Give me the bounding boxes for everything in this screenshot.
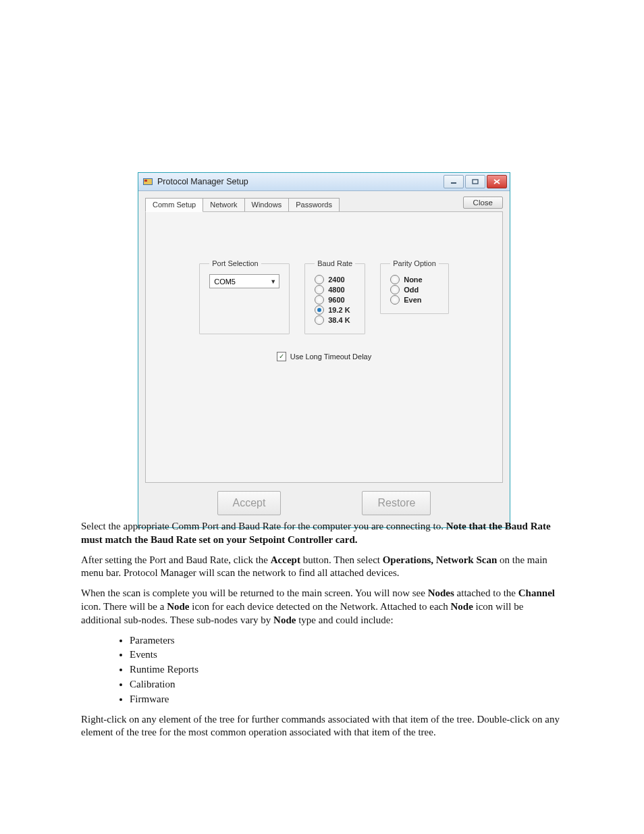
- list-item: Runtime Reports: [130, 663, 563, 677]
- radio-icon: [315, 275, 324, 284]
- window-title: Protocol Manager Setup: [157, 177, 444, 186]
- baud-option-2400[interactable]: 2400: [315, 275, 355, 284]
- tabbar: Comm Setup Network Windows Passwords: [145, 198, 463, 212]
- comm-setup-panel: Port Selection COM5 ▼ Baud Rate 2400 480…: [145, 211, 503, 483]
- minimize-button[interactable]: [444, 175, 464, 188]
- list-item: Events: [130, 648, 563, 662]
- maximize-button[interactable]: [465, 175, 485, 188]
- setup-dialog: Protocol Manager Setup Comm Setup Networ…: [138, 172, 510, 528]
- svg-rect-4: [473, 180, 478, 184]
- port-selection-dropdown[interactable]: COM5 ▼: [209, 274, 279, 288]
- tab-windows[interactable]: Windows: [244, 198, 290, 212]
- svg-rect-3: [451, 182, 456, 184]
- long-timeout-checkbox[interactable]: ✓: [277, 352, 286, 361]
- svg-rect-2: [144, 180, 147, 182]
- radio-icon: [390, 285, 400, 294]
- radio-icon: [315, 315, 324, 325]
- tab-comm-setup[interactable]: Comm Setup: [145, 198, 203, 212]
- parity-option-even[interactable]: Even: [390, 295, 439, 305]
- subnode-list: Parameters Events Runtime Reports Calibr…: [130, 634, 563, 706]
- baud-option-19-2k[interactable]: 19.2 K: [315, 305, 355, 315]
- parity-option-group: Parity Option None Odd Even: [380, 259, 449, 314]
- list-item: Firmware: [130, 693, 563, 706]
- port-selection-value: COM5: [214, 278, 236, 286]
- document-text: Select the appropriate Comm Port and Bau…: [81, 513, 563, 746]
- list-item: Parameters: [130, 634, 563, 648]
- radio-icon: [315, 295, 324, 305]
- close-button[interactable]: Close: [463, 197, 503, 209]
- titlebar[interactable]: Protocol Manager Setup: [138, 173, 510, 191]
- baud-option-9600[interactable]: 9600: [315, 295, 355, 305]
- app-icon: [142, 176, 153, 187]
- port-selection-label: Port Selection: [209, 259, 261, 267]
- parity-option-none[interactable]: None: [390, 275, 439, 284]
- parity-option-label: Parity Option: [390, 259, 439, 267]
- chevron-down-icon: ▼: [270, 278, 276, 285]
- radio-icon: [390, 295, 400, 305]
- list-item: Calibration: [130, 678, 563, 692]
- baud-rate-label: Baud Rate: [315, 259, 355, 267]
- radio-selected-icon: [315, 305, 324, 315]
- accept-button[interactable]: Accept: [217, 491, 281, 515]
- parity-option-odd[interactable]: Odd: [390, 285, 439, 294]
- close-window-button[interactable]: [487, 175, 507, 188]
- baud-rate-group: Baud Rate 2400 4800 9600 19.2 K 38.4 K: [304, 259, 365, 334]
- long-timeout-label: Use Long Timeout Delay: [290, 353, 371, 361]
- restore-button[interactable]: Restore: [362, 491, 431, 515]
- dialog-body: Comm Setup Network Windows Passwords Clo…: [138, 191, 510, 527]
- tab-passwords[interactable]: Passwords: [288, 198, 340, 212]
- radio-icon: [315, 285, 324, 294]
- port-selection-group: Port Selection COM5 ▼: [199, 259, 290, 334]
- baud-option-38-4k[interactable]: 38.4 K: [315, 315, 355, 325]
- baud-option-4800[interactable]: 4800: [315, 285, 355, 294]
- radio-icon: [390, 275, 400, 284]
- tab-network[interactable]: Network: [203, 198, 244, 212]
